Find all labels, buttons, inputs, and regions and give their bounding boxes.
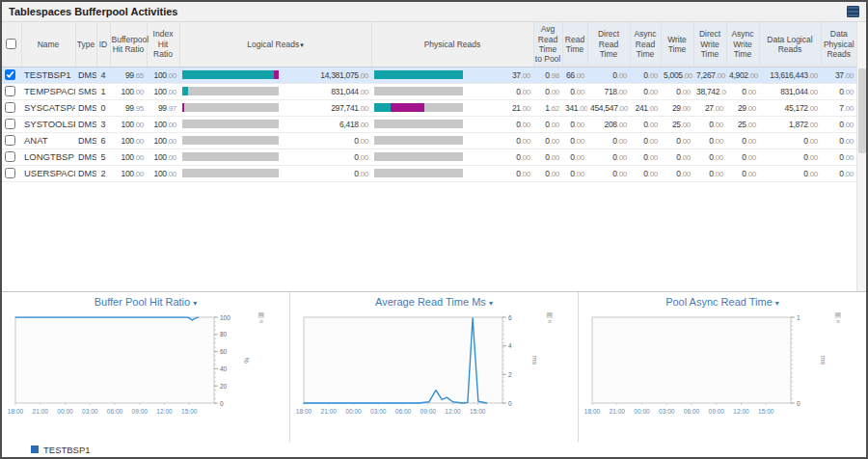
- chart-menu-icon[interactable]: ▤ ≡: [546, 311, 553, 325]
- menu-icon: ≡: [258, 318, 264, 325]
- column-header-name[interactable]: Name: [21, 22, 75, 67]
- table-row[interactable]: SYSTOOLSPACEDMS3100.00100.006,418.000.00…: [2, 116, 856, 132]
- cell-value: 100.00: [121, 152, 144, 162]
- menu-icon: ≡: [834, 318, 841, 325]
- cell-value: 0.00: [545, 152, 559, 162]
- row-checkbox[interactable]: [5, 119, 15, 129]
- column-header-label: Write Time: [667, 35, 687, 54]
- cell-value: 66.00: [566, 70, 584, 80]
- cell-async-write-time: 0.00: [726, 165, 759, 181]
- panel-menu-icon[interactable]: [847, 6, 859, 17]
- svg-text:03:00: 03:00: [659, 408, 675, 415]
- cell-logical-reads: 6,418.00: [179, 116, 371, 132]
- chart-title-dropdown[interactable]: Pool Async Read Time ▾: [579, 296, 866, 310]
- logical-reads-bar: [182, 120, 279, 128]
- vertical-scrollbar[interactable]: [856, 22, 866, 291]
- column-header-id[interactable]: ID: [96, 22, 110, 67]
- column-header-label: Name: [38, 40, 60, 49]
- logical-reads-bar-cell: 14,381,075.00: [182, 70, 368, 80]
- svg-text:12:00: 12:00: [445, 408, 461, 415]
- column-header-bufferpool-hit-ratio[interactable]: Bufferpool Hit Ratio: [110, 22, 147, 67]
- column-header-data-logical-reads[interactable]: Data Logical Reads: [759, 22, 821, 67]
- column-header-logical-reads[interactable]: Logical Reads▾: [179, 22, 371, 67]
- cell-write-time: 25.00: [661, 116, 693, 132]
- logical-reads-bar: [182, 136, 279, 145]
- chart-plot-buffer-pool-hit-ratio: 020406080100%18:0021:0000:0003:0006:0009…: [2, 310, 289, 420]
- svg-text:00:00: 00:00: [345, 408, 362, 415]
- column-header-write-time[interactable]: Write Time: [661, 22, 693, 67]
- cell-value: 100.00: [121, 87, 144, 96]
- svg-text:12:00: 12:00: [156, 408, 173, 415]
- cell-value: 0.00: [354, 169, 368, 178]
- cell-async-read-time: 241.00: [630, 99, 661, 116]
- table-row[interactable]: TEMPSPACE1SMS1100.00100.00831,044.000.00…: [2, 83, 856, 99]
- cell-bp-hit-ratio: 100.00: [110, 132, 147, 148]
- chart-title-dropdown[interactable]: Buffer Pool Hit Ratio ▾: [2, 296, 289, 310]
- column-header-direct-write-time[interactable]: Direct Write Time: [693, 22, 726, 67]
- cell-avg-read-time-to-pool: 0.00: [533, 132, 562, 148]
- bar-value: 0.00: [467, 169, 530, 178]
- column-header-type[interactable]: Type: [75, 22, 96, 67]
- physical-reads-bar-cell: 0.00: [374, 169, 530, 178]
- svg-text:60: 60: [220, 348, 228, 355]
- cell-value: 0.00: [354, 152, 368, 162]
- cell-value: 0.00: [570, 120, 584, 129]
- chart-menu-icon[interactable]: ▤ ≡: [258, 311, 264, 325]
- chart-title: Buffer Pool Hit Ratio: [95, 296, 190, 308]
- column-header-physical-reads[interactable]: Physical Reads: [371, 22, 533, 67]
- cell-value: 27.00: [705, 103, 723, 113]
- cell-value: 0.00: [612, 152, 627, 162]
- cell-value: 0.00: [643, 136, 658, 146]
- column-header-direct-read-time[interactable]: Direct Read Time: [587, 22, 630, 67]
- column-header-data-physical-reads[interactable]: Data Physical Reads: [821, 22, 856, 67]
- table-row[interactable]: TESTBSP1DMS499.65100.0014,381,075.0037.0…: [2, 67, 856, 83]
- table-row[interactable]: USERSPACE1DMS2100.00100.000.000.000.000.…: [2, 165, 856, 181]
- scrollbar-thumb[interactable]: [858, 68, 866, 153]
- row-checkbox[interactable]: [5, 135, 15, 146]
- cell-write-time: 29.00: [661, 99, 693, 116]
- svg-text:21:00: 21:00: [33, 408, 49, 415]
- cell-id: 4: [96, 67, 110, 83]
- cell-avg-read-time-to-pool: 0.00: [533, 83, 562, 99]
- row-checkbox[interactable]: [5, 168, 15, 178]
- cell-bp-hit-ratio: 99.95: [110, 99, 147, 116]
- cell-value: 0.00: [742, 87, 756, 96]
- cell-value: 0.00: [643, 87, 658, 96]
- cell-value: 454,547.00: [590, 103, 628, 113]
- cell-write-time: 0.00: [661, 165, 693, 181]
- bar-value: 0.00: [467, 152, 530, 162]
- cell-value: 0.00: [570, 169, 584, 178]
- column-header-label: Data Physical Reads: [824, 29, 854, 58]
- cell-logical-reads: 0.00: [179, 148, 371, 165]
- select-all-header[interactable]: [2, 22, 21, 67]
- chart-title-dropdown[interactable]: Average Read Time Ms ▾: [290, 296, 578, 310]
- column-header-index-hit-ratio[interactable]: Index Hit Ratio: [147, 22, 179, 67]
- physical-reads-bar: [374, 169, 463, 177]
- cell-checkbox: [2, 67, 21, 83]
- chart-menu-icon[interactable]: ▤ ≡: [834, 311, 841, 325]
- logical-reads-bar-cell: 6,418.00: [182, 120, 368, 129]
- cell-bp-hit-ratio: 100.00: [110, 148, 147, 165]
- svg-text:0: 0: [508, 400, 512, 407]
- table-row[interactable]: ANATDMS6100.00100.000.000.000.000.000.00…: [2, 132, 856, 148]
- row-checkbox[interactable]: [5, 151, 15, 162]
- cell-value: 0.00: [516, 136, 530, 146]
- row-checkbox[interactable]: [5, 86, 15, 96]
- cell-logical-reads: 0.00: [179, 165, 371, 181]
- column-header-async-write-time[interactable]: Async Write Time: [726, 22, 759, 67]
- column-header-read-time[interactable]: Read Time: [562, 22, 587, 67]
- cell-value: 100.00: [153, 169, 176, 178]
- table-row[interactable]: SYSCATSPACEDMS099.9599.97297,741.0021.00…: [2, 99, 856, 116]
- column-header-async-read-time[interactable]: Async Read Time: [630, 22, 661, 67]
- table-row[interactable]: LONGTBSPDMS5100.00100.000.000.000.000.00…: [2, 148, 856, 165]
- cell-read-time: 0.00: [562, 116, 587, 132]
- cell-id: 5: [96, 148, 110, 165]
- row-checkbox[interactable]: [5, 69, 15, 80]
- row-checkbox[interactable]: [5, 102, 15, 113]
- select-all-checkbox[interactable]: [6, 39, 16, 49]
- physical-reads-bar: [374, 70, 463, 79]
- column-header-label: Data Logical Reads: [767, 35, 812, 54]
- column-header-avg-read-time-to-pool[interactable]: Avg Read Time to Pool: [533, 22, 562, 67]
- cell-value: 1,872.00: [789, 120, 818, 129]
- physical-reads-bar-cell: 0.00: [374, 152, 530, 162]
